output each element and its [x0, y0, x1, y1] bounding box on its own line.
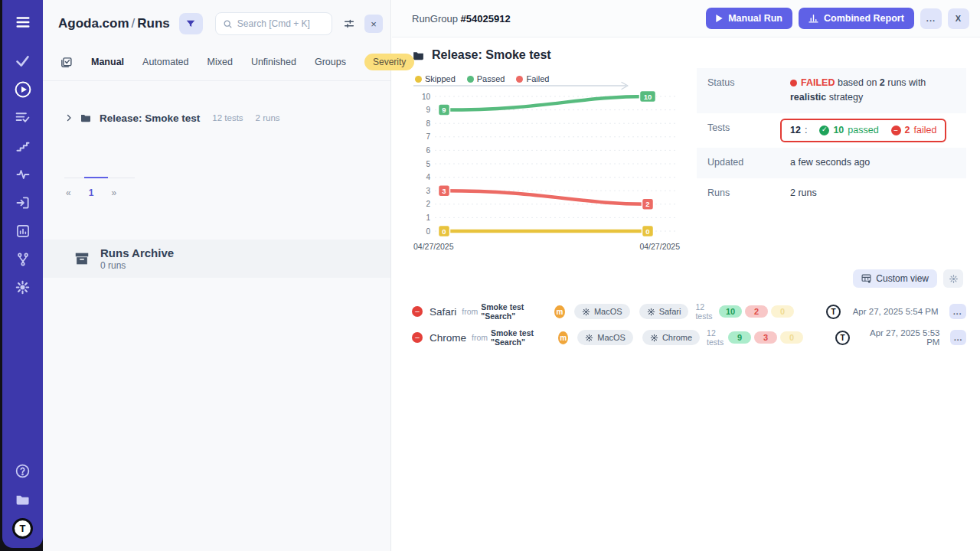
failed-minus-icon: − [412, 306, 423, 317]
tests-failed-group: − 2 failed [891, 123, 937, 138]
pagination-prev[interactable]: « [66, 187, 71, 198]
svg-text:1: 1 [426, 214, 430, 222]
branches-icon[interactable] [2, 245, 43, 273]
svg-text:0: 0 [442, 227, 446, 236]
menu-icon[interactable] [2, 8, 43, 36]
svg-text:7: 7 [426, 132, 430, 141]
tree-item-title[interactable]: Release: Smoke test [100, 112, 200, 124]
env-os-label: MacOS [594, 307, 622, 316]
legend-failed[interactable]: Failed [516, 74, 549, 83]
svg-text:3: 3 [426, 187, 430, 195]
left-panel-header: Agoda.com/Runs × [43, 0, 390, 41]
manual-badge: m [558, 331, 568, 344]
runs-count-row: Runs 2 runs [697, 178, 966, 208]
tests-passed-count: 10 [833, 123, 844, 138]
filter-button[interactable] [179, 13, 203, 34]
legend-passed[interactable]: Passed [467, 74, 505, 83]
chevron-right-icon[interactable] [64, 113, 74, 122]
tests-total-count: 12 [790, 123, 801, 138]
tab-groups[interactable]: Groups [315, 57, 346, 67]
tab-automated[interactable]: Automated [142, 57, 188, 67]
run-row-chrome[interactable]: − Chrome from Smoke test "Search" m MacO… [412, 324, 966, 350]
filter-settings-icon[interactable] [343, 18, 355, 30]
svg-text:2: 2 [426, 200, 430, 208]
breadcrumb[interactable]: Agoda.com/Runs [58, 16, 170, 31]
pagination: « 1 » [43, 178, 390, 198]
help-icon[interactable] [2, 457, 43, 485]
run-owner-avatar: T [826, 305, 841, 319]
release-title-text: Release: Smoke test [432, 48, 551, 62]
run-row-safari[interactable]: − Safari from Smoke test "Search" m MacO… [412, 298, 966, 324]
tests-passed-word: passed [848, 123, 878, 138]
panel-close-button[interactable]: × [364, 15, 383, 33]
custom-view-button[interactable]: Custom view [853, 269, 937, 288]
tab-unfinished[interactable]: Unfinished [251, 57, 296, 67]
env-pill-browser: Safari [639, 304, 689, 319]
breadcrumb-project[interactable]: Agoda.com [58, 16, 129, 31]
pagination-next[interactable]: » [111, 187, 116, 198]
import-icon[interactable] [2, 188, 43, 217]
milestones-steps-icon[interactable] [2, 132, 43, 160]
runs-value: 2 runs [790, 186, 956, 201]
pulse-activity-icon[interactable] [2, 160, 43, 188]
tests-row: Tests 12 : ✓ 10 passed [697, 113, 966, 148]
analytics-icon[interactable] [2, 217, 43, 245]
run-group-id: #54025912 [461, 13, 511, 24]
funnel-icon [185, 18, 196, 29]
run-source[interactable]: Smoke test "Search" [491, 328, 551, 347]
runs-play-icon[interactable] [2, 75, 43, 103]
view-settings-gear-icon[interactable] [943, 269, 963, 288]
trend-line-chart: 012345678910009103204/27/202504/27/2025 [412, 90, 681, 256]
tab-mixed[interactable]: Mixed [207, 57, 233, 67]
tree-item-tests-count: 12 tests [212, 113, 243, 122]
run-from-label: from [462, 307, 478, 316]
run-group-detail-panel: RunGroup #54025912 Manual Run Combined R… [392, 0, 980, 551]
run-from-label: from [472, 333, 488, 342]
more-options-button[interactable]: ... [920, 8, 942, 29]
run-more-button[interactable]: ... [950, 330, 966, 345]
env-browser-label: Chrome [662, 333, 692, 342]
tests-check-icon[interactable] [2, 47, 43, 75]
run-date: Apr 27, 2025 5:53 PM [854, 328, 939, 347]
gear-icon [647, 308, 655, 316]
run-name[interactable]: Chrome [430, 332, 466, 344]
user-avatar[interactable]: T [12, 518, 33, 539]
run-result-counts: 9 3 0 [728, 331, 803, 344]
pagination-indicator [64, 178, 135, 178]
severity-filter-pill[interactable]: Severity [364, 54, 414, 70]
run-owner-avatar: T [835, 331, 850, 345]
pagination-page-1[interactable]: 1 [89, 187, 94, 198]
env-pill-os: MacOS [574, 304, 630, 319]
app-sidebar: T [2, 0, 43, 548]
runs-archive-row[interactable]: Runs Archive 0 runs [43, 240, 390, 278]
run-source[interactable]: Smoke test "Search" [481, 302, 547, 321]
search-box[interactable] [215, 12, 332, 35]
svg-text:10: 10 [644, 93, 652, 101]
test-plans-icon[interactable] [2, 103, 43, 132]
check-circle-icon: ✓ [819, 126, 829, 135]
select-all-icon[interactable] [60, 56, 73, 69]
legend-skipped[interactable]: Skipped [415, 74, 456, 83]
tree-item-runs-count: 2 runs [256, 113, 280, 122]
search-input[interactable] [237, 18, 322, 29]
svg-text:0: 0 [645, 227, 649, 236]
settings-gear-icon[interactable] [2, 273, 43, 302]
run-group-tree-item[interactable]: Release: Smoke test 12 tests 2 runs [43, 112, 390, 124]
docs-folder-icon[interactable] [2, 485, 43, 514]
minus-circle-icon: − [891, 126, 901, 135]
header-actions: Manual Run Combined Report ... X [706, 8, 969, 29]
chart-legend: Skipped Passed Failed [412, 74, 681, 83]
tests-passed-group: ✓ 10 passed [819, 123, 878, 138]
skipped-dot-icon [415, 76, 422, 83]
manual-run-button[interactable]: Manual Run [706, 8, 792, 29]
status-strategy-word: strategy [829, 92, 863, 103]
run-name[interactable]: Safari [430, 306, 456, 318]
run-more-button[interactable]: ... [949, 304, 966, 319]
manual-run-label: Manual Run [728, 13, 782, 24]
combined-report-button[interactable]: Combined Report [799, 8, 914, 29]
search-icon [223, 19, 233, 29]
combined-report-label: Combined Report [824, 13, 904, 24]
close-detail-button[interactable]: X [948, 8, 969, 29]
tab-manual[interactable]: Manual [91, 57, 124, 67]
svg-text:3: 3 [442, 187, 446, 195]
